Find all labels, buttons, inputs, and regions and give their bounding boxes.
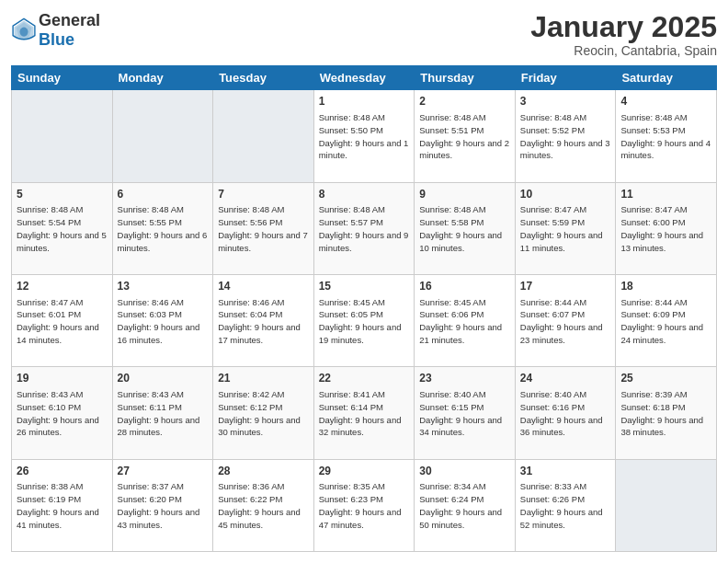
col-wednesday: Wednesday	[313, 66, 415, 90]
day-info: Sunrise: 8:46 AMSunset: 6:04 PMDaylight:…	[218, 296, 309, 347]
day-info: Sunrise: 8:36 AMSunset: 6:22 PMDaylight:…	[218, 480, 309, 531]
logo: General Blue	[11, 11, 100, 50]
calendar-week-5: 26Sunrise: 8:38 AMSunset: 6:19 PMDayligh…	[12, 459, 717, 551]
calendar-cell: 3Sunrise: 8:48 AMSunset: 5:52 PMDaylight…	[515, 90, 616, 182]
day-number: 4	[620, 94, 711, 109]
calendar-cell: 12Sunrise: 8:47 AMSunset: 6:01 PMDayligh…	[12, 274, 113, 366]
day-info: Sunrise: 8:35 AMSunset: 6:23 PMDaylight:…	[319, 480, 410, 531]
day-number: 19	[17, 371, 108, 386]
day-info: Sunrise: 8:38 AMSunset: 6:19 PMDaylight:…	[17, 480, 108, 531]
calendar-cell: 22Sunrise: 8:41 AMSunset: 6:14 PMDayligh…	[313, 367, 415, 459]
day-number: 30	[419, 464, 510, 479]
day-number: 2	[419, 94, 510, 109]
day-number: 28	[218, 464, 309, 479]
calendar-subtitle: Reocin, Cantabria, Spain	[530, 43, 717, 58]
day-number: 25	[620, 371, 711, 386]
col-tuesday: Tuesday	[213, 66, 314, 90]
col-saturday: Saturday	[616, 66, 717, 90]
calendar-cell: 20Sunrise: 8:43 AMSunset: 6:11 PMDayligh…	[112, 367, 213, 459]
day-number: 22	[319, 371, 410, 386]
day-info: Sunrise: 8:48 AMSunset: 5:56 PMDaylight:…	[218, 203, 309, 254]
day-number: 15	[319, 279, 410, 294]
header-row: Sunday Monday Tuesday Wednesday Thursday…	[12, 66, 717, 90]
col-thursday: Thursday	[415, 66, 516, 90]
day-info: Sunrise: 8:40 AMSunset: 6:16 PMDaylight:…	[520, 388, 611, 439]
day-info: Sunrise: 8:48 AMSunset: 5:50 PMDaylight:…	[319, 111, 410, 162]
day-number: 27	[118, 464, 209, 479]
day-info: Sunrise: 8:45 AMSunset: 6:05 PMDaylight:…	[319, 296, 410, 347]
calendar-cell	[112, 90, 213, 182]
col-monday: Monday	[112, 66, 213, 90]
calendar-week-2: 5Sunrise: 8:48 AMSunset: 5:54 PMDaylight…	[12, 182, 717, 274]
day-info: Sunrise: 8:48 AMSunset: 5:52 PMDaylight:…	[520, 111, 611, 162]
calendar-cell	[213, 90, 314, 182]
day-number: 20	[118, 371, 209, 386]
calendar-cell	[616, 459, 717, 551]
day-info: Sunrise: 8:34 AMSunset: 6:24 PMDaylight:…	[419, 480, 510, 531]
calendar-cell: 4Sunrise: 8:48 AMSunset: 5:53 PMDaylight…	[616, 90, 717, 182]
calendar-cell: 16Sunrise: 8:45 AMSunset: 6:06 PMDayligh…	[415, 274, 516, 366]
day-number: 31	[520, 464, 611, 479]
day-number: 26	[17, 464, 108, 479]
calendar-title: January 2025	[530, 11, 717, 43]
day-info: Sunrise: 8:45 AMSunset: 6:06 PMDaylight:…	[419, 296, 510, 347]
day-number: 1	[319, 94, 410, 109]
logo-blue: Blue	[39, 30, 74, 49]
day-info: Sunrise: 8:48 AMSunset: 5:51 PMDaylight:…	[419, 111, 510, 162]
calendar-cell: 27Sunrise: 8:37 AMSunset: 6:20 PMDayligh…	[112, 459, 213, 551]
calendar-cell: 2Sunrise: 8:48 AMSunset: 5:51 PMDaylight…	[415, 90, 516, 182]
day-number: 5	[17, 187, 108, 202]
calendar-cell: 18Sunrise: 8:44 AMSunset: 6:09 PMDayligh…	[616, 274, 717, 366]
col-friday: Friday	[515, 66, 616, 90]
calendar-cell	[12, 90, 113, 182]
calendar-cell: 21Sunrise: 8:42 AMSunset: 6:12 PMDayligh…	[213, 367, 314, 459]
day-number: 21	[218, 371, 309, 386]
calendar-cell: 1Sunrise: 8:48 AMSunset: 5:50 PMDaylight…	[313, 90, 415, 182]
logo-icon	[11, 17, 37, 43]
calendar-cell: 6Sunrise: 8:48 AMSunset: 5:55 PMDaylight…	[112, 182, 213, 274]
day-info: Sunrise: 8:48 AMSunset: 5:54 PMDaylight:…	[17, 203, 108, 254]
day-info: Sunrise: 8:43 AMSunset: 6:10 PMDaylight:…	[17, 388, 108, 439]
day-info: Sunrise: 8:44 AMSunset: 6:07 PMDaylight:…	[520, 296, 611, 347]
calendar-cell: 13Sunrise: 8:46 AMSunset: 6:03 PMDayligh…	[112, 274, 213, 366]
calendar-cell: 30Sunrise: 8:34 AMSunset: 6:24 PMDayligh…	[415, 459, 516, 551]
title-section: January 2025 Reocin, Cantabria, Spain	[530, 11, 717, 58]
calendar-cell: 10Sunrise: 8:47 AMSunset: 5:59 PMDayligh…	[515, 182, 616, 274]
col-sunday: Sunday	[12, 66, 113, 90]
day-info: Sunrise: 8:47 AMSunset: 5:59 PMDaylight:…	[520, 203, 611, 254]
calendar-week-1: 1Sunrise: 8:48 AMSunset: 5:50 PMDaylight…	[12, 90, 717, 182]
day-number: 7	[218, 187, 309, 202]
logo-general: General	[39, 11, 100, 29]
day-number: 10	[520, 187, 611, 202]
calendar-cell: 17Sunrise: 8:44 AMSunset: 6:07 PMDayligh…	[515, 274, 616, 366]
day-number: 18	[620, 279, 711, 294]
day-number: 13	[118, 279, 209, 294]
day-number: 8	[319, 187, 410, 202]
day-info: Sunrise: 8:37 AMSunset: 6:20 PMDaylight:…	[118, 480, 209, 531]
day-number: 17	[520, 279, 611, 294]
day-info: Sunrise: 8:47 AMSunset: 6:00 PMDaylight:…	[620, 203, 711, 254]
day-info: Sunrise: 8:42 AMSunset: 6:12 PMDaylight:…	[218, 388, 309, 439]
calendar-cell: 9Sunrise: 8:48 AMSunset: 5:58 PMDaylight…	[415, 182, 516, 274]
calendar-cell: 29Sunrise: 8:35 AMSunset: 6:23 PMDayligh…	[313, 459, 415, 551]
day-info: Sunrise: 8:39 AMSunset: 6:18 PMDaylight:…	[620, 388, 711, 439]
day-info: Sunrise: 8:48 AMSunset: 5:58 PMDaylight:…	[419, 203, 510, 254]
page: General Blue January 2025 Reocin, Cantab…	[0, 0, 728, 563]
calendar-cell: 23Sunrise: 8:40 AMSunset: 6:15 PMDayligh…	[415, 367, 516, 459]
calendar-cell: 24Sunrise: 8:40 AMSunset: 6:16 PMDayligh…	[515, 367, 616, 459]
day-number: 6	[118, 187, 209, 202]
day-number: 14	[218, 279, 309, 294]
day-info: Sunrise: 8:47 AMSunset: 6:01 PMDaylight:…	[17, 296, 108, 347]
day-info: Sunrise: 8:48 AMSunset: 5:55 PMDaylight:…	[118, 203, 209, 254]
calendar-cell: 15Sunrise: 8:45 AMSunset: 6:05 PMDayligh…	[313, 274, 415, 366]
logo-text: General Blue	[39, 11, 100, 50]
day-number: 16	[419, 279, 510, 294]
day-number: 9	[419, 187, 510, 202]
day-number: 12	[17, 279, 108, 294]
day-number: 3	[520, 94, 611, 109]
day-info: Sunrise: 8:33 AMSunset: 6:26 PMDaylight:…	[520, 480, 611, 531]
calendar-cell: 28Sunrise: 8:36 AMSunset: 6:22 PMDayligh…	[213, 459, 314, 551]
calendar-cell: 25Sunrise: 8:39 AMSunset: 6:18 PMDayligh…	[616, 367, 717, 459]
calendar-cell: 14Sunrise: 8:46 AMSunset: 6:04 PMDayligh…	[213, 274, 314, 366]
day-number: 23	[419, 371, 510, 386]
